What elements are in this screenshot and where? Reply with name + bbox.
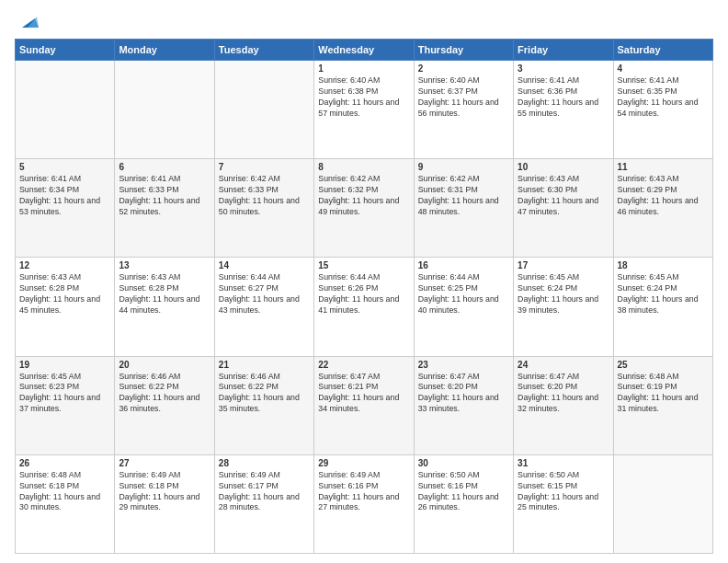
day-number: 19	[19, 360, 110, 370]
calendar-cell: 17Sunrise: 6:45 AM Sunset: 6:24 PM Dayli…	[514, 258, 613, 356]
logo-text	[15, 11, 39, 31]
calendar-cell	[613, 454, 712, 553]
day-number: 7	[219, 162, 310, 172]
day-number: 23	[418, 360, 509, 370]
cell-info: Sunrise: 6:47 AM Sunset: 6:20 PM Dayligh…	[518, 372, 609, 416]
calendar-cell: 29Sunrise: 6:49 AM Sunset: 6:16 PM Dayli…	[314, 454, 414, 553]
cell-info: Sunrise: 6:43 AM Sunset: 6:30 PM Dayligh…	[518, 174, 609, 218]
day-number: 20	[119, 360, 210, 370]
logo-icon	[18, 11, 39, 31]
calendar-cell: 5Sunrise: 6:41 AM Sunset: 6:34 PM Daylig…	[16, 159, 115, 258]
weekday-header-friday: Friday	[514, 40, 613, 61]
day-number: 10	[518, 162, 609, 172]
calendar-cell: 9Sunrise: 6:42 AM Sunset: 6:31 PM Daylig…	[414, 159, 513, 258]
cell-info: Sunrise: 6:49 AM Sunset: 6:16 PM Dayligh…	[318, 470, 409, 514]
day-number: 27	[119, 458, 210, 468]
calendar-cell	[115, 61, 214, 159]
calendar-cell: 14Sunrise: 6:44 AM Sunset: 6:27 PM Dayli…	[214, 258, 313, 356]
calendar-cell: 12Sunrise: 6:43 AM Sunset: 6:28 PM Dayli…	[16, 258, 115, 356]
weekday-header-monday: Monday	[115, 40, 214, 61]
weekday-row: SundayMondayTuesdayWednesdayThursdayFrid…	[16, 40, 713, 61]
cell-info: Sunrise: 6:42 AM Sunset: 6:33 PM Dayligh…	[219, 174, 310, 218]
calendar-cell: 22Sunrise: 6:47 AM Sunset: 6:21 PM Dayli…	[314, 356, 414, 454]
calendar-cell: 11Sunrise: 6:43 AM Sunset: 6:29 PM Dayli…	[613, 159, 712, 258]
calendar-cell: 18Sunrise: 6:45 AM Sunset: 6:24 PM Dayli…	[613, 258, 712, 356]
cell-info: Sunrise: 6:42 AM Sunset: 6:31 PM Dayligh…	[418, 174, 509, 218]
calendar-cell: 8Sunrise: 6:42 AM Sunset: 6:32 PM Daylig…	[314, 159, 414, 258]
cell-info: Sunrise: 6:50 AM Sunset: 6:15 PM Dayligh…	[518, 470, 609, 514]
week-row-1: 1Sunrise: 6:40 AM Sunset: 6:38 PM Daylig…	[16, 61, 713, 159]
day-number: 14	[219, 260, 310, 270]
calendar-cell: 31Sunrise: 6:50 AM Sunset: 6:15 PM Dayli…	[514, 454, 613, 553]
cell-info: Sunrise: 6:40 AM Sunset: 6:38 PM Dayligh…	[318, 75, 409, 120]
cell-info: Sunrise: 6:44 AM Sunset: 6:27 PM Dayligh…	[219, 272, 310, 316]
calendar-cell	[16, 61, 115, 159]
day-number: 21	[219, 360, 310, 370]
calendar-body: 1Sunrise: 6:40 AM Sunset: 6:38 PM Daylig…	[16, 61, 713, 554]
calendar-cell: 23Sunrise: 6:47 AM Sunset: 6:20 PM Dayli…	[414, 356, 513, 454]
day-number: 30	[418, 458, 509, 468]
cell-info: Sunrise: 6:41 AM Sunset: 6:34 PM Dayligh…	[19, 174, 110, 218]
day-number: 13	[119, 260, 210, 270]
week-row-2: 5Sunrise: 6:41 AM Sunset: 6:34 PM Daylig…	[16, 159, 713, 258]
cell-info: Sunrise: 6:45 AM Sunset: 6:24 PM Dayligh…	[618, 272, 709, 316]
calendar-cell: 24Sunrise: 6:47 AM Sunset: 6:20 PM Dayli…	[514, 356, 613, 454]
calendar-cell: 3Sunrise: 6:41 AM Sunset: 6:36 PM Daylig…	[514, 61, 613, 159]
cell-info: Sunrise: 6:46 AM Sunset: 6:22 PM Dayligh…	[219, 372, 310, 416]
cell-info: Sunrise: 6:43 AM Sunset: 6:28 PM Dayligh…	[19, 272, 110, 316]
cell-info: Sunrise: 6:42 AM Sunset: 6:32 PM Dayligh…	[318, 174, 409, 218]
page: SundayMondayTuesdayWednesdayThursdayFrid…	[0, 0, 728, 563]
day-number: 15	[318, 260, 409, 270]
week-row-3: 12Sunrise: 6:43 AM Sunset: 6:28 PM Dayli…	[16, 258, 713, 356]
day-number: 22	[318, 360, 409, 370]
calendar-header: SundayMondayTuesdayWednesdayThursdayFrid…	[16, 40, 713, 61]
calendar-table: SundayMondayTuesdayWednesdayThursdayFrid…	[15, 39, 713, 554]
cell-info: Sunrise: 6:45 AM Sunset: 6:24 PM Dayligh…	[518, 272, 609, 316]
cell-info: Sunrise: 6:50 AM Sunset: 6:16 PM Dayligh…	[418, 470, 509, 514]
calendar-cell: 1Sunrise: 6:40 AM Sunset: 6:38 PM Daylig…	[314, 61, 414, 159]
calendar-cell: 16Sunrise: 6:44 AM Sunset: 6:25 PM Dayli…	[414, 258, 513, 356]
cell-info: Sunrise: 6:49 AM Sunset: 6:17 PM Dayligh…	[219, 470, 310, 514]
cell-info: Sunrise: 6:48 AM Sunset: 6:19 PM Dayligh…	[618, 372, 709, 416]
calendar-cell: 19Sunrise: 6:45 AM Sunset: 6:23 PM Dayli…	[16, 356, 115, 454]
calendar-cell: 20Sunrise: 6:46 AM Sunset: 6:22 PM Dayli…	[115, 356, 214, 454]
cell-info: Sunrise: 6:43 AM Sunset: 6:29 PM Dayligh…	[618, 174, 709, 218]
day-number: 18	[618, 260, 709, 270]
cell-info: Sunrise: 6:49 AM Sunset: 6:18 PM Dayligh…	[119, 470, 210, 514]
day-number: 29	[318, 458, 409, 468]
svg-marker-1	[28, 17, 39, 28]
calendar-cell: 7Sunrise: 6:42 AM Sunset: 6:33 PM Daylig…	[214, 159, 313, 258]
calendar-cell: 2Sunrise: 6:40 AM Sunset: 6:37 PM Daylig…	[414, 61, 513, 159]
cell-info: Sunrise: 6:45 AM Sunset: 6:23 PM Dayligh…	[19, 372, 110, 416]
cell-info: Sunrise: 6:48 AM Sunset: 6:18 PM Dayligh…	[19, 470, 110, 514]
day-number: 8	[318, 162, 409, 172]
cell-info: Sunrise: 6:41 AM Sunset: 6:36 PM Dayligh…	[518, 75, 609, 120]
day-number: 12	[19, 260, 110, 270]
weekday-header-thursday: Thursday	[414, 40, 513, 61]
calendar-cell: 10Sunrise: 6:43 AM Sunset: 6:30 PM Dayli…	[514, 159, 613, 258]
calendar-cell: 4Sunrise: 6:41 AM Sunset: 6:35 PM Daylig…	[613, 61, 712, 159]
cell-info: Sunrise: 6:40 AM Sunset: 6:37 PM Dayligh…	[418, 75, 509, 120]
cell-info: Sunrise: 6:41 AM Sunset: 6:33 PM Dayligh…	[119, 174, 210, 218]
day-number: 25	[618, 360, 709, 370]
day-number: 11	[618, 162, 709, 172]
cell-info: Sunrise: 6:44 AM Sunset: 6:26 PM Dayligh…	[318, 272, 409, 316]
day-number: 16	[418, 260, 509, 270]
calendar-cell: 13Sunrise: 6:43 AM Sunset: 6:28 PM Dayli…	[115, 258, 214, 356]
day-number: 3	[518, 63, 609, 74]
calendar-cell: 21Sunrise: 6:46 AM Sunset: 6:22 PM Dayli…	[214, 356, 313, 454]
cell-info: Sunrise: 6:43 AM Sunset: 6:28 PM Dayligh…	[119, 272, 210, 316]
day-number: 31	[518, 458, 609, 468]
cell-info: Sunrise: 6:47 AM Sunset: 6:21 PM Dayligh…	[318, 372, 409, 416]
cell-info: Sunrise: 6:47 AM Sunset: 6:20 PM Dayligh…	[418, 372, 509, 416]
calendar-cell: 27Sunrise: 6:49 AM Sunset: 6:18 PM Dayli…	[115, 454, 214, 553]
calendar-cell: 6Sunrise: 6:41 AM Sunset: 6:33 PM Daylig…	[115, 159, 214, 258]
day-number: 2	[418, 63, 509, 74]
day-number: 17	[518, 260, 609, 270]
week-row-5: 26Sunrise: 6:48 AM Sunset: 6:18 PM Dayli…	[16, 454, 713, 553]
weekday-header-tuesday: Tuesday	[214, 40, 313, 61]
weekday-header-wednesday: Wednesday	[314, 40, 414, 61]
cell-info: Sunrise: 6:41 AM Sunset: 6:35 PM Dayligh…	[618, 75, 709, 120]
calendar-cell	[214, 61, 313, 159]
calendar-cell: 15Sunrise: 6:44 AM Sunset: 6:26 PM Dayli…	[314, 258, 414, 356]
